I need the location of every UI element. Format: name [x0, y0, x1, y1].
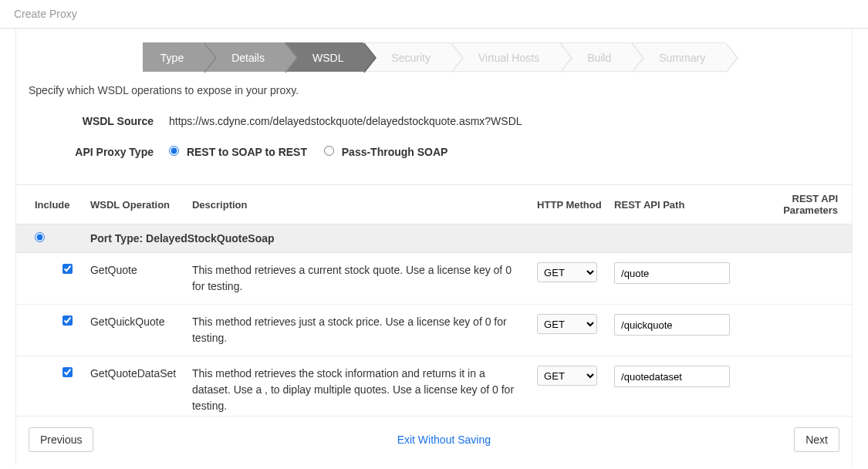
step-virtual-hosts: Virtual Hosts [451, 42, 559, 72]
page-header: Create Proxy [0, 0, 868, 29]
form-block: WSDL Source https://ws.cdyne.com/delayed… [16, 115, 852, 184]
step-type[interactable]: Type [143, 42, 204, 72]
operation-name: GetQuickQuote [84, 305, 186, 356]
proxy-type-rest-radio[interactable] [169, 146, 179, 156]
operation-description: This method retrieves just a stock price… [186, 305, 531, 356]
http-method-select[interactable]: GET [537, 366, 597, 386]
rest-path-input[interactable] [614, 314, 730, 336]
include-checkbox[interactable] [62, 315, 73, 326]
next-button[interactable]: Next [794, 427, 839, 452]
proxy-type-label: API Proxy Type [29, 146, 169, 158]
operation-description: This method retrieves a current stock qu… [186, 253, 531, 305]
col-operation: WSDL Operation [84, 185, 186, 224]
operation-name: GetQuote [84, 253, 186, 305]
table-row: GetQuote This method retrieves a current… [16, 253, 852, 305]
table-row: GetQuoteDataSet This method retrieves th… [16, 356, 852, 417]
proxy-type-rest-text: REST to SOAP to REST [187, 146, 307, 158]
include-checkbox[interactable] [62, 367, 73, 377]
http-method-select[interactable]: GET [537, 262, 597, 282]
exit-without-saving-link[interactable]: Exit Without Saving [93, 434, 794, 446]
http-method-select[interactable]: GET [537, 314, 597, 334]
page-title: Create Proxy [14, 8, 77, 20]
wsdl-source-row: WSDL Source https://ws.cdyne.com/delayed… [29, 115, 839, 127]
wsdl-source-label: WSDL Source [29, 115, 169, 127]
operations-table-wrap[interactable]: Include WSDL Operation Description HTTP … [16, 184, 852, 416]
rest-path-input[interactable] [614, 262, 730, 284]
proxy-type-pass-radio[interactable] [324, 146, 334, 156]
operation-name: GetQuoteDataSet [84, 356, 186, 417]
proxy-type-pass-label[interactable]: Pass-Through SOAP [324, 146, 448, 158]
wizard-footer: Previous Exit Without Saving Next [16, 416, 852, 466]
proxy-type-pass-text: Pass-Through SOAP [342, 146, 448, 158]
operations-table: Include WSDL Operation Description HTTP … [16, 185, 852, 416]
previous-button[interactable]: Previous [29, 427, 93, 452]
wizard-panel: Type Details WSDL Security Virtual Hosts… [15, 29, 853, 466]
instruction-text: Specify which WSDL operations to expose … [16, 72, 852, 115]
proxy-type-rest-label[interactable]: REST to SOAP to REST [169, 146, 310, 158]
col-include: Include [16, 185, 84, 224]
wizard-steps: Type Details WSDL Security Virtual Hosts… [16, 29, 852, 72]
include-checkbox[interactable] [62, 264, 73, 274]
col-description: Description [186, 185, 531, 224]
step-summary: Summary [631, 42, 725, 72]
table-row: GetQuickQuote This method retrieves just… [16, 305, 852, 356]
operation-description: This method retrieves the stock informat… [186, 356, 531, 417]
proxy-type-row: API Proxy Type REST to SOAP to REST Pass… [29, 146, 839, 158]
port-type-row-1: Port Type: DelayedStockQuoteSoap [16, 224, 852, 253]
rest-path-input[interactable] [614, 366, 730, 387]
port-type-radio-1[interactable] [35, 232, 45, 242]
table-header-row: Include WSDL Operation Description HTTP … [16, 185, 852, 224]
port-type-label-1: Port Type: DelayedStockQuoteSoap [84, 224, 852, 253]
col-method: HTTP Method [531, 185, 608, 224]
col-path: REST API Path [608, 185, 736, 224]
col-params: REST API Parameters [736, 185, 852, 224]
wsdl-source-value: https://ws.cdyne.com/delayedstockquote/d… [169, 115, 522, 127]
